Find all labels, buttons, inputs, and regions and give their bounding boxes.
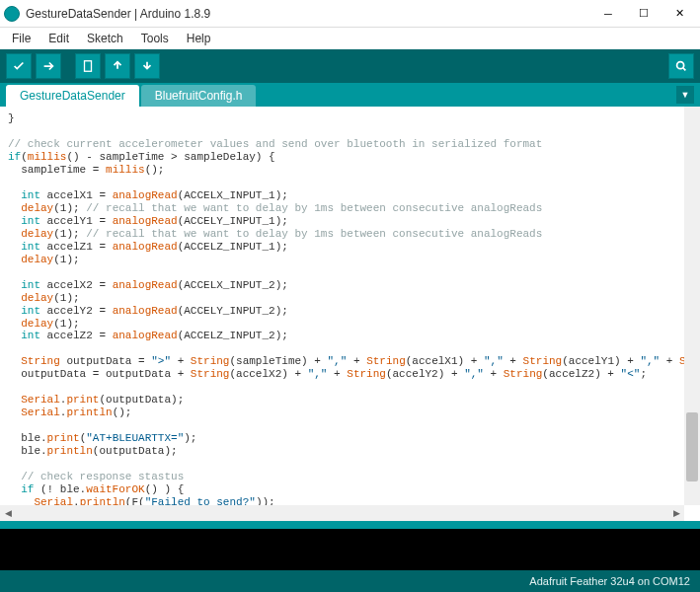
close-button[interactable]: ✕ bbox=[662, 3, 696, 25]
console-output[interactable] bbox=[0, 529, 700, 570]
menubar: File Edit Sketch Tools Help bbox=[0, 28, 700, 49]
svg-rect-0 bbox=[85, 61, 92, 72]
statusbar: Adafruit Feather 32u4 on COM12 bbox=[0, 570, 700, 592]
maximize-button[interactable]: ☐ bbox=[627, 3, 661, 25]
menu-help[interactable]: Help bbox=[179, 30, 219, 47]
vertical-scrollbar[interactable] bbox=[684, 107, 700, 505]
titlebar: GestureDataSender | Arduino 1.8.9 ─ ☐ ✕ bbox=[0, 0, 700, 28]
scroll-right-icon[interactable]: ▶ bbox=[668, 505, 684, 521]
tabbar: GestureDataSender BluefruitConfig.h ▼ bbox=[0, 83, 700, 107]
menu-sketch[interactable]: Sketch bbox=[79, 30, 131, 47]
serial-monitor-button[interactable] bbox=[668, 53, 694, 79]
toolbar bbox=[0, 49, 700, 83]
verify-button[interactable] bbox=[6, 53, 32, 79]
horizontal-scrollbar[interactable]: ◀ ▶ bbox=[0, 505, 684, 521]
tab-dropdown-icon[interactable]: ▼ bbox=[676, 86, 694, 104]
window-controls: ─ ☐ ✕ bbox=[591, 3, 696, 25]
window-title: GestureDataSender | Arduino 1.8.9 bbox=[26, 7, 591, 21]
tab-active[interactable]: GestureDataSender bbox=[6, 85, 139, 107]
tab-inactive[interactable]: BluefruitConfig.h bbox=[141, 85, 257, 107]
open-button[interactable] bbox=[105, 53, 130, 79]
code-editor[interactable]: } // check current accelerometer values … bbox=[0, 107, 700, 521]
upload-button[interactable] bbox=[36, 53, 61, 79]
minimize-button[interactable]: ─ bbox=[591, 3, 625, 25]
board-port-label: Adafruit Feather 32u4 on COM12 bbox=[529, 575, 690, 587]
menu-tools[interactable]: Tools bbox=[133, 30, 177, 47]
svg-point-1 bbox=[677, 62, 684, 69]
new-button[interactable] bbox=[75, 53, 101, 79]
save-button[interactable] bbox=[134, 53, 160, 79]
menu-edit[interactable]: Edit bbox=[40, 30, 77, 47]
app-icon bbox=[4, 6, 20, 22]
menu-file[interactable]: File bbox=[4, 30, 39, 47]
editor-area: } // check current accelerometer values … bbox=[0, 107, 700, 521]
divider bbox=[0, 521, 700, 529]
scroll-left-icon[interactable]: ◀ bbox=[0, 505, 16, 521]
vertical-scrollbar-thumb[interactable] bbox=[686, 412, 698, 481]
